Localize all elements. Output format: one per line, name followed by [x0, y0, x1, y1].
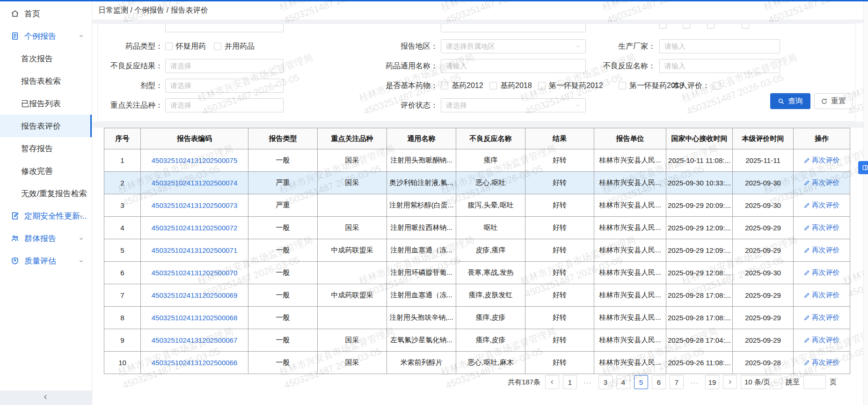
clipped-checkbox-3[interactable] — [707, 23, 715, 29]
column-header: 报告类型 — [248, 128, 318, 149]
clipped-checkbox-4[interactable] — [742, 23, 749, 29]
first-suspect2018-checkbox[interactable] — [619, 82, 626, 89]
manufacturer-input[interactable]: 请输入 — [659, 39, 780, 53]
page-button-7[interactable]: 7 — [670, 375, 684, 389]
clipped-checkbox-1[interactable] — [659, 23, 667, 29]
page-button-3[interactable]: 3 — [598, 375, 613, 389]
cell-evaluated: 2025-09-30 — [733, 194, 794, 217]
chevron-left-icon — [549, 378, 555, 386]
page-button-5[interactable]: 5 — [634, 375, 648, 389]
reaction-name-input[interactable]: 请输入 — [659, 59, 780, 73]
reevaluate-link[interactable]: 再次评价 — [804, 201, 840, 210]
sidebar-item-1[interactable]: 个例报告 — [0, 25, 92, 47]
focus-variety-select[interactable]: 请选择 — [165, 98, 284, 112]
chevron-up-icon — [78, 33, 84, 39]
cell-focus: 中成药联盟采 — [318, 239, 387, 262]
cell-result: 好转 — [525, 239, 594, 262]
basic2012-checkbox[interactable] — [441, 82, 448, 89]
reevaluate-link[interactable]: 再次评价 — [804, 358, 840, 367]
reevaluate-link[interactable]: 再次评价 — [804, 268, 840, 277]
report-code-link[interactable]: 4503251024131202500074 — [152, 179, 238, 187]
cell-report_type: 一般 — [248, 149, 318, 172]
next-page-button[interactable] — [723, 375, 737, 389]
page-button-6[interactable]: 6 — [652, 375, 666, 389]
sidebar-collapse-button[interactable] — [0, 390, 92, 405]
cell-report_type: 一般 — [248, 307, 318, 329]
sidebar-item-7[interactable]: 修改完善 — [0, 160, 92, 182]
table-header-row: 序号报告表编码报告类型重点关注品种通用名称不良反应名称结果报告单位国家中心接收时… — [104, 128, 850, 149]
jump-page-input[interactable] — [803, 375, 826, 389]
table-row: 74503251024131202500069一般中成药联盟采注射用血塞通（冻.… — [104, 284, 850, 307]
cell-report_type: 严重 — [248, 194, 318, 217]
cell-evaluated: 2025-11-11 — [733, 149, 794, 172]
edit-pencil-icon — [804, 292, 810, 298]
dosage-form-select[interactable]: 请选择 — [165, 79, 284, 93]
evaluation-status-select[interactable]: 请选择 — [441, 98, 586, 112]
drug-common-name-input[interactable]: 请输入 — [441, 59, 586, 73]
prev-page-button[interactable] — [545, 375, 559, 389]
cell-result: 好转 — [525, 284, 594, 307]
basic2018-checkbox[interactable] — [489, 82, 497, 89]
report-code-link[interactable]: 4503251024131202500072 — [152, 224, 238, 232]
reevaluate-link[interactable]: 再次评价 — [804, 156, 840, 165]
report-area-select[interactable]: 请选择所属地区 — [441, 39, 586, 53]
sidebar-item-4[interactable]: 已报告列表 — [0, 92, 92, 115]
reaction-result-select[interactable]: 请选择 — [165, 59, 284, 73]
cell-no: 3 — [104, 194, 141, 217]
report-code-link[interactable]: 4503251024131202500071 — [152, 246, 238, 254]
cell-action: 再次评价 — [794, 262, 850, 284]
report-area-label: 报告地区： — [363, 39, 438, 53]
reset-button[interactable]: 重置 — [814, 93, 853, 109]
report-code-link[interactable]: 4503251024131202500073 — [152, 201, 238, 209]
reevaluate-link[interactable]: 再次评价 — [804, 313, 840, 322]
reevaluate-link[interactable]: 再次评价 — [804, 291, 840, 300]
filter-panel: 药品类型： 怀疑用药 并用药品 报告地区： 请选择所属地区 生产厂家： 请输入 … — [97, 23, 855, 122]
sidebar-item-2[interactable]: 首次报告 — [0, 47, 92, 70]
floating-panel-button[interactable] — [858, 161, 868, 174]
search-button[interactable]: 查询 — [770, 93, 810, 109]
self-evaluation-label: 本人评价： — [635, 79, 710, 93]
sidebar-item-0[interactable]: 首页 — [0, 2, 92, 25]
self-evaluation-checkbox[interactable] — [713, 82, 720, 89]
sidebar-item-11[interactable]: 质量评估 — [0, 250, 92, 272]
report-code-link[interactable]: 4503251024131202500070 — [152, 269, 238, 277]
cell-action: 再次评价 — [794, 329, 850, 352]
clipped-checkbox-2[interactable] — [683, 23, 690, 29]
cell-action: 再次评价 — [794, 217, 850, 239]
sidebar-item-3[interactable]: 报告表检索 — [0, 70, 92, 92]
reevaluate-link[interactable]: 再次评价 — [804, 246, 840, 255]
cell-received: 2025-09-26 11:08:... — [666, 352, 733, 374]
sidebar-item-9[interactable]: 定期安全性更新... — [0, 205, 92, 227]
cell-focus — [318, 194, 387, 217]
first-suspect2012-checkbox[interactable] — [538, 82, 546, 89]
report-code-link[interactable]: 4503251024131202500075 — [152, 156, 238, 164]
cell-evaluated: 2025-09-29 — [733, 239, 794, 262]
concomitant-drug-checkbox[interactable] — [214, 43, 221, 50]
sidebar-item-10[interactable]: 群体报告 — [0, 227, 92, 250]
report-code-link[interactable]: 4503251024131202500069 — [152, 291, 238, 299]
clipped-field-2[interactable] — [441, 23, 586, 32]
table-row: 94503251024131202500067一般国采左氧氟沙星氯化钠...瘙痒… — [104, 329, 850, 352]
clipped-field-1[interactable] — [165, 23, 284, 32]
cell-received: 2025-09-29 12:09:... — [666, 239, 733, 262]
reevaluate-link[interactable]: 再次评价 — [804, 178, 840, 187]
sidebar-item-5[interactable]: 报告表评价 — [0, 115, 92, 137]
cell-report_type: 一般 — [248, 262, 318, 284]
report-code-link[interactable]: 4503251024131202500067 — [152, 336, 238, 344]
reevaluate-link[interactable]: 再次评价 — [804, 223, 840, 232]
page-button-1[interactable]: 1 — [563, 375, 577, 389]
report-code-link[interactable]: 4503251024131202500068 — [152, 314, 238, 322]
sidebar-item-8[interactable]: 无效/重复报告检索 — [0, 182, 92, 205]
page-button-19[interactable]: 19 — [705, 375, 719, 389]
page-button-4[interactable]: 4 — [616, 375, 630, 389]
cell-code: 4503251024131202500071 — [141, 239, 248, 262]
cell-reaction: 瘙痒,皮疹 — [456, 307, 525, 329]
page-size-select[interactable]: 10 条/页 — [741, 375, 782, 389]
cell-unit: 桂林市兴安县人民... — [594, 284, 666, 307]
reevaluate-link[interactable]: 再次评价 — [804, 336, 840, 345]
reevaluate-label: 再次评价 — [812, 336, 840, 345]
cell-result: 好转 — [525, 194, 594, 217]
sidebar-item-6[interactable]: 暂存报告 — [0, 137, 92, 160]
suspect-drug-checkbox[interactable] — [165, 43, 173, 50]
report-code-link[interactable]: 4503251024131202500066 — [152, 359, 238, 367]
